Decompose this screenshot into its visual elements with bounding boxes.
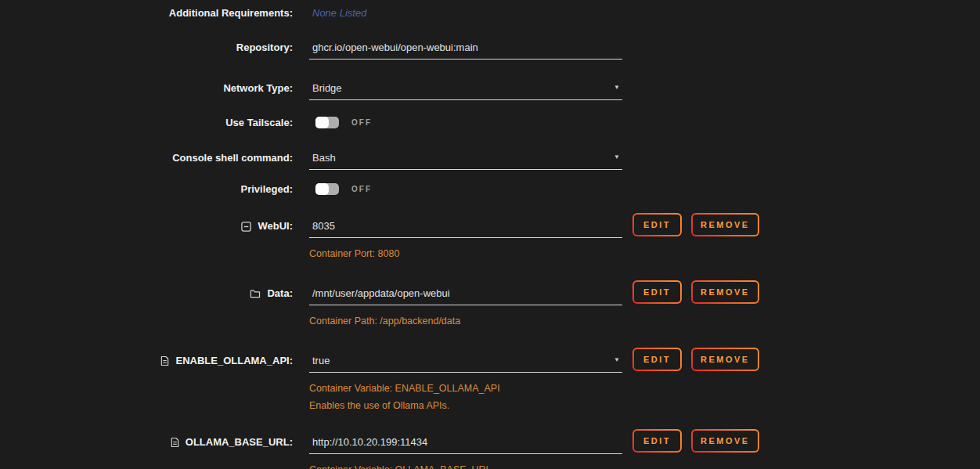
row-repository: Repository: ghcr.io/open-webui/open-webu…	[0, 40, 980, 60]
network-type-value: Bridge	[312, 82, 342, 94]
row-network-type: Network Type: Bridge ▼	[0, 81, 980, 100]
ollama-base-url-label: OLLAMA_BASE_URL:	[186, 436, 293, 449]
webui-port-input[interactable]: 8035	[309, 218, 622, 238]
repository-input[interactable]: ghcr.io/open-webui/open-webui:main	[309, 40, 622, 60]
use-tailscale-state: OFF	[351, 118, 372, 127]
privileged-toggle[interactable]	[315, 183, 339, 195]
row-data-path: Data: /mnt/user/appdata/open-webui Conta…	[0, 286, 980, 327]
dropdown-arrow-icon: ▼	[614, 357, 620, 363]
webui-helper-text: Container Port: 8080	[309, 248, 622, 260]
use-tailscale-toggle[interactable]	[315, 117, 339, 128]
data-path-input[interactable]: /mnt/user/appdata/open-webui	[309, 286, 622, 305]
use-tailscale-label: Use Tailscale:	[225, 117, 293, 129]
enable-ollama-api-select[interactable]: true ▼	[309, 353, 622, 373]
webui-label: WebUI:	[258, 220, 293, 233]
edit-button[interactable]: EDIT	[632, 348, 682, 371]
edit-button[interactable]: EDIT	[632, 213, 682, 236]
toggle-knob	[315, 183, 329, 195]
ollama-base-url-input[interactable]: http://10.10.20.199:11434	[309, 435, 622, 454]
console-shell-command-value: Bash	[312, 152, 336, 164]
network-type-select[interactable]: Bridge ▼	[309, 81, 622, 100]
remove-button[interactable]: REMOVE	[691, 429, 759, 453]
row-privileged: Privileged: OFF	[0, 182, 980, 196]
privileged-label: Privileged:	[241, 183, 293, 196]
enable-ollama-api-description: Enables the use of Ollama APIs.	[309, 400, 622, 412]
row-use-tailscale: Use Tailscale: OFF	[0, 115, 980, 129]
network-type-label: Network Type:	[223, 82, 293, 95]
row-webui-port: WebUI: 8035 Container Port: 8080 EDIT RE…	[0, 218, 980, 260]
ollama-base-url-helper-text: Container Variable: OLLAMA_BASE_URL	[309, 464, 622, 469]
console-shell-command-label: Console shell command:	[172, 152, 293, 164]
row-additional-requirements: Additional Requirements: None Listed	[0, 5, 980, 20]
enable-ollama-api-label: ENABLE_OLLAMA_API:	[175, 355, 293, 367]
file-icon	[171, 437, 179, 448]
row-console-shell-command: Console shell command: Bash ▼	[0, 150, 980, 170]
data-helper-text: Container Path: /app/backend/data	[309, 316, 622, 327]
file-icon	[160, 355, 169, 366]
remove-button[interactable]: REMOVE	[691, 213, 759, 236]
enable-ollama-api-value: true	[312, 355, 330, 366]
repository-label: Repository:	[236, 41, 293, 54]
console-shell-command-select[interactable]: Bash ▼	[309, 150, 622, 170]
edit-button[interactable]: EDIT	[632, 429, 682, 453]
minus-square-icon	[241, 222, 251, 232]
folder-icon	[250, 289, 261, 298]
dropdown-arrow-icon: ▼	[614, 85, 620, 91]
row-enable-ollama-api: ENABLE_OLLAMA_API: true ▼ Container Vari…	[0, 353, 980, 412]
toggle-knob	[315, 117, 329, 128]
privileged-state: OFF	[351, 185, 372, 193]
additional-requirements-label: Additional Requirements:	[169, 7, 293, 20]
remove-button[interactable]: REMOVE	[691, 280, 759, 304]
dropdown-arrow-icon: ▼	[614, 154, 620, 161]
edit-button[interactable]: EDIT	[632, 280, 682, 304]
row-ollama-base-url: OLLAMA_BASE_URL: http://10.10.20.199:114…	[0, 435, 980, 469]
additional-requirements-value: None Listed	[309, 5, 622, 20]
enable-ollama-api-helper-text: Container Variable: ENABLE_OLLAMA_API	[309, 383, 622, 395]
docker-container-settings-form: Additional Requirements: None Listed Rep…	[0, 0, 980, 469]
data-label: Data:	[267, 287, 293, 300]
remove-button[interactable]: REMOVE	[691, 348, 759, 371]
